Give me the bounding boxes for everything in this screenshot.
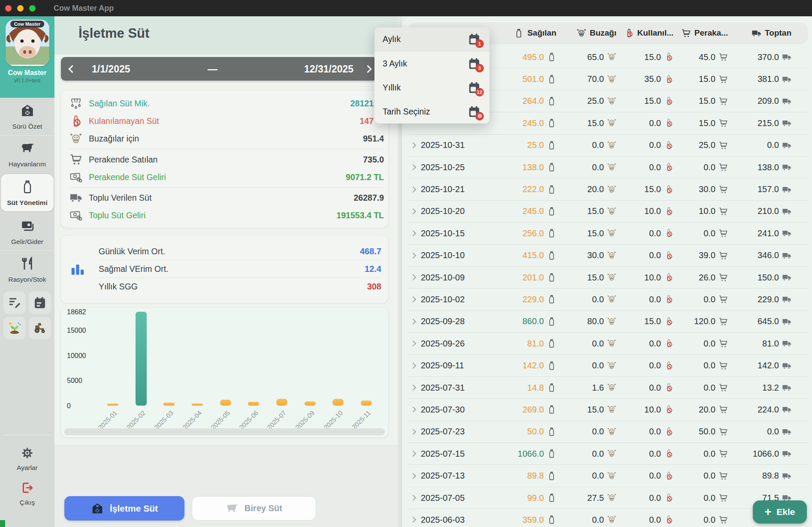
quick-button-tractor-icon[interactable] — [29, 317, 51, 339]
truck-icon — [782, 163, 791, 172]
menu-item-yillik[interactable]: Yıllık12 — [374, 75, 489, 99]
table-row[interactable]: 2025-07-151066.00.00.00.01066.0 — [408, 443, 808, 465]
minimize-window-button[interactable] — [17, 5, 24, 12]
sidebar-item-sut-yonetimi[interactable]: Süt Yönetimi — [1, 174, 54, 211]
row-cell-buzagi: 0.0 — [556, 163, 616, 172]
chevron-right-icon[interactable] — [410, 274, 416, 280]
chevron-right-icon[interactable] — [410, 186, 416, 192]
chevron-right-icon[interactable] — [410, 340, 416, 346]
row-cell-buzagi: 80.0 — [556, 316, 616, 326]
row-cell-sagilan: 138.0 — [498, 163, 556, 172]
column-header-label: Peraka... — [694, 28, 728, 38]
sidebar-item-label: Sürü Özet — [1, 123, 54, 130]
cell-value: 0.0 — [703, 493, 715, 503]
table-row[interactable]: 2025-06-03359.00.00.00.0 — [408, 509, 808, 527]
table-row[interactable]: 2025-10-25138.00.00.00.0138.0 — [408, 157, 808, 178]
menu-item-aylik[interactable]: Aylık1 — [374, 27, 489, 51]
chevron-right-icon[interactable] — [410, 517, 416, 523]
menu-item-tarih-seciniz[interactable]: Tarih Seçiniz — [374, 99, 489, 123]
menu-item-3-aylik[interactable]: 3 Aylık3 — [374, 51, 489, 75]
chevron-right-icon[interactable] — [410, 495, 416, 501]
isletme-sut-toggle-button[interactable]: İşletme Süt — [64, 496, 184, 521]
milkcan-icon — [547, 96, 556, 106]
sidebar-item-gelir-gider[interactable]: Gelir/Gider — [0, 213, 54, 250]
chevron-right-icon[interactable] — [410, 407, 416, 413]
table-row[interactable]: 2025-10-02229.00.00.00.0229.0 — [408, 289, 808, 310]
row-date-cell: 2025-06-03 — [408, 515, 498, 525]
zoom-window-button[interactable] — [29, 5, 36, 12]
row-cell-toptan: 0.0 — [728, 427, 791, 437]
cell-value: 157.0 — [758, 184, 779, 194]
row-cell-toptan: 381.0 — [728, 74, 791, 84]
table-row[interactable]: 2025-07-3114.81.60.00.013.2 — [408, 377, 808, 399]
add-record-button[interactable]: + Ekle — [753, 500, 807, 524]
row-date-cell: 2025-10-25 — [408, 163, 498, 172]
table-row[interactable]: 2025-09-2681.00.00.00.081.0 — [408, 333, 808, 355]
sidebar-item-exit[interactable]: Çıkış — [0, 477, 54, 512]
calf-icon — [607, 471, 616, 481]
chevron-right-icon[interactable] — [410, 208, 416, 214]
table-row[interactable]: 2025-10-21222.020.015.030.0157.0 — [408, 178, 808, 200]
quick-button-plant-icon[interactable] — [3, 317, 26, 339]
table-row[interactable]: 2025-07-0599.027.50.00.071.5 — [408, 487, 808, 509]
table-row[interactable]: 2025-10-09201.015.010.026.0150.0 — [408, 267, 808, 289]
birey-sut-toggle-button[interactable]: Birey Süt — [192, 496, 316, 521]
cell-value: 0.0 — [649, 515, 661, 525]
chart-scrollbar[interactable] — [64, 428, 385, 435]
cell-value: 201.0 — [522, 273, 544, 283]
chevron-right-icon[interactable] — [410, 429, 416, 435]
sidebar-item-hayvanlarim[interactable]: Hayvanlarım — [0, 135, 54, 173]
stat-label: Kulanılamayan Süt — [89, 116, 359, 126]
chevron-right-icon[interactable] — [410, 142, 416, 148]
table-row[interactable]: 2025-10-20245.015.010.010.0210.0 — [408, 201, 808, 223]
table-row[interactable]: 2025-07-1389.80.00.00.089.8 — [408, 465, 808, 487]
chevron-right-icon[interactable] — [410, 385, 416, 391]
stat-value: 191553.4 TL — [336, 211, 384, 220]
sidebar-item-rasyon-stok[interactable]: Rasyon/Stok — [0, 250, 54, 288]
cell-value: 0.0 — [649, 118, 661, 128]
close-window-button[interactable] — [5, 5, 12, 12]
cart-icon — [718, 449, 728, 458]
table-row[interactable]: 2025-07-30269.015.010.020.0224.0 — [408, 399, 808, 421]
quick-button-notes-icon[interactable] — [3, 292, 26, 314]
cell-value: 0.0 — [649, 339, 661, 349]
cart-icon — [718, 405, 728, 414]
chevron-right-icon[interactable] — [410, 296, 416, 302]
next-period-chevron-icon[interactable] — [364, 65, 371, 72]
row-cell-sagilan: 201.0 — [498, 273, 556, 283]
sidebar-item-suru-ozet[interactable]: Sürü Özet — [0, 98, 54, 135]
table-row[interactable]: 2025-10-3125.00.00.025.00.0 — [408, 135, 808, 157]
no-milk-icon — [664, 229, 673, 238]
column-header-label: Toptan — [765, 28, 791, 38]
previous-period-chevron-icon[interactable] — [68, 65, 76, 72]
cart-icon — [718, 339, 728, 348]
no-milk-icon — [664, 251, 673, 260]
chevron-right-icon[interactable] — [410, 230, 416, 236]
table-row[interactable]: 2025-10-15256.015.00.00.0241.0 — [408, 223, 808, 244]
start-date[interactable]: 1/1/2025 — [92, 63, 130, 75]
column-header-label: Buzağı — [590, 28, 616, 38]
table-row[interactable]: 2025-07-2350.00.00.050.00.0 — [408, 421, 808, 443]
date-separator: — — [208, 63, 217, 75]
end-date[interactable]: 12/31/2025 — [304, 63, 353, 75]
chevron-right-icon[interactable] — [410, 473, 416, 479]
cell-value: 50.0 — [527, 427, 544, 437]
table-row[interactable]: 2025-09-28860.080.015.0120.0645.0 — [408, 311, 808, 333]
chevron-right-icon[interactable] — [410, 253, 416, 259]
row-cell-buzagi: 15.0 — [556, 405, 616, 415]
quick-button-calendar-icon[interactable] — [29, 292, 51, 314]
chevron-right-icon[interactable] — [410, 164, 416, 170]
stat-value: 951.4 — [363, 134, 384, 144]
sidebar-item-settings[interactable]: Ayarlar — [0, 442, 54, 477]
no-milk-icon — [664, 75, 673, 84]
table-row[interactable]: 2025-10-10415.030.00.039.0346.0 — [408, 245, 808, 267]
truck-icon — [782, 339, 791, 348]
cell-value: 359.0 — [522, 515, 544, 525]
menu-item-label: Aylık — [383, 34, 401, 44]
chevron-right-icon[interactable] — [410, 451, 416, 457]
cell-value: 89.8 — [762, 471, 779, 481]
chevron-right-icon[interactable] — [410, 319, 416, 325]
row-date-cell: 2025-10-15 — [408, 229, 498, 238]
chevron-right-icon[interactable] — [410, 363, 416, 369]
table-row[interactable]: 2025-09-11142.00.00.00.0142.0 — [408, 355, 808, 376]
